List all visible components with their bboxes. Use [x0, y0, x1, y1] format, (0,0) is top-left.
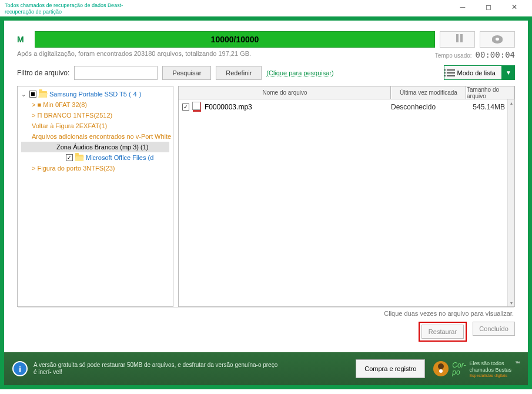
minimize-button[interactable]: ─	[450, 0, 476, 14]
tree-node[interactable]: Arquivos adicionais encontrados no v-Por…	[21, 131, 169, 142]
list-icon	[447, 69, 455, 76]
reset-button[interactable]: Redefinir	[216, 66, 262, 80]
folder-icon	[75, 155, 83, 161]
column-size[interactable]: Tamanho do arquivo	[466, 86, 514, 99]
brand-subtagline: Especialistas digitais	[469, 373, 511, 378]
file-modified: Desconhecido	[391, 103, 466, 111]
column-modified[interactable]: Última vez modificada	[391, 86, 466, 99]
file-icon	[193, 102, 201, 112]
progress-bar: 10000/10000	[35, 31, 435, 48]
tree-node[interactable]: Microsoft Office Files (d	[21, 152, 169, 163]
list-item[interactable]: F0000003.mp3 Desconhecido 545.14MB	[179, 99, 514, 115]
time-used-label: Tempo usado:	[435, 52, 472, 59]
preview-hint: Clique duas vezes no arquivo para visual…	[18, 307, 514, 319]
checkbox-on[interactable]	[66, 154, 73, 161]
scan-summary: Após a digitalização, foram encontrados …	[17, 50, 251, 59]
checkbox-tristate[interactable]	[29, 91, 36, 98]
tree-node[interactable]: > Figura do porto 3NTFS(23)	[21, 163, 169, 173]
tree-pane: ⌄ Samsung Portable SSD T5 (4) > ■ Min 0F…	[17, 86, 173, 307]
export-button[interactable]	[480, 31, 515, 48]
column-name[interactable]: Nome do arquivo	[179, 86, 391, 99]
tree-node-selected[interactable]: Zona Áudios Brancos (mp 3) (1)	[21, 142, 169, 152]
brand-block: Cor- po Eles são todos chamados Bestas E…	[433, 360, 520, 378]
brand-name: Cor- po	[452, 362, 466, 376]
view-mode-dropdown[interactable]: ▼	[502, 65, 515, 80]
info-icon: i	[12, 361, 28, 376]
restore-highlight: Restaurar	[419, 322, 467, 342]
trademark-icon: ™	[515, 360, 520, 366]
tree-node[interactable]: > П BRANCO 1NTFS(2512)	[21, 110, 169, 121]
list-header: Nome do arquivo Última vez modificada Ta…	[179, 86, 514, 99]
filter-input[interactable]	[74, 66, 158, 80]
progress-text: 10000/10000	[211, 35, 259, 44]
done-button[interactable]: Concluído	[473, 322, 515, 336]
tree-root[interactable]: ⌄ Samsung Portable SSD T5 (4)	[21, 89, 169, 99]
brand-logo-icon	[433, 361, 449, 376]
trial-notice: A versão gratuita só pode restaurar 50MB…	[34, 362, 280, 376]
folder-icon	[39, 91, 47, 98]
search-hint[interactable]: (Clique para pesquisar)	[266, 69, 333, 76]
tree-node[interactable]: Voltar à Figura 2EXFAT(1)	[21, 121, 169, 131]
file-list-pane: Nome do arquivo Última vez modificada Ta…	[178, 86, 515, 307]
scroll-up-icon[interactable]: ▴	[508, 99, 514, 106]
app-subtitle: Todos chamados de recuperação de dados B…	[5, 0, 140, 15]
progress-label: M	[17, 35, 30, 44]
close-button[interactable]: ✕	[501, 0, 527, 14]
chevron-down-icon: ⌄	[21, 91, 27, 98]
disc-icon	[492, 35, 503, 44]
view-mode-button[interactable]: Modo de lista	[444, 65, 502, 80]
filter-label: Filtro de arquivo:	[17, 69, 69, 77]
scroll-down-icon[interactable]: ▾	[508, 299, 514, 306]
restore-button[interactable]: Restaurar	[421, 325, 464, 339]
footer: i A versão gratuita só pode restaurar 50…	[4, 352, 528, 385]
pause-icon	[456, 34, 459, 45]
file-size: 545.14MB	[466, 103, 508, 111]
search-button[interactable]: Pesquisar	[162, 66, 211, 80]
maximize-button[interactable]: ◻	[476, 0, 501, 14]
file-name: F0000003.mp3	[205, 103, 391, 111]
time-used-value: 00:00:04	[476, 50, 515, 59]
scrollbar[interactable]: ▴ ▾	[507, 99, 514, 306]
buy-register-button[interactable]: Compra e registro	[356, 359, 425, 378]
brand-tagline: Eles são todos chamados Bestas	[469, 360, 511, 373]
view-mode-label: Modo de lista	[457, 69, 496, 76]
tree-node[interactable]: > ■ Min 0FAT 32(8)	[21, 99, 169, 110]
pause-button[interactable]	[440, 31, 475, 48]
checkbox-on[interactable]	[182, 103, 189, 111]
